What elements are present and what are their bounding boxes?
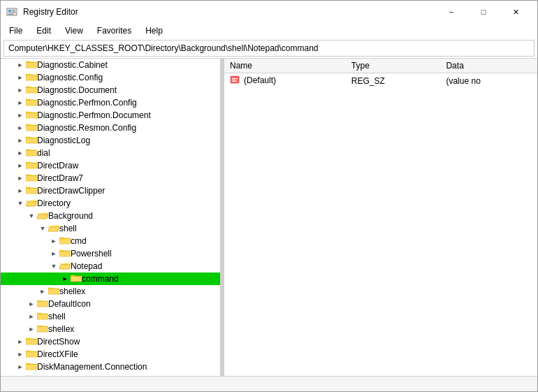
tree-item-directdraw[interactable]: ► DirectDraw: [1, 159, 220, 172]
expand-btn-dial[interactable]: ►: [15, 147, 26, 159]
expand-btn-directxfile[interactable]: ►: [15, 349, 26, 360]
folder-icon: [26, 72, 37, 82]
title-bar-left: Registry Editor: [6, 6, 78, 17]
minimize-button[interactable]: −: [435, 1, 467, 23]
tree-item-directdrawclipper[interactable]: ► DirectDrawClipper: [1, 184, 220, 197]
tree-item-defaulticon[interactable]: ► DefaultIcon: [1, 298, 220, 310]
expand-btn-directory[interactable]: ▼: [15, 198, 26, 209]
col-type[interactable]: Type: [346, 59, 441, 73]
folder-icon: [26, 173, 37, 182]
menu-help[interactable]: Help: [140, 24, 168, 37]
tree-item-cmd[interactable]: ► cmd: [1, 235, 220, 247]
maximize-button[interactable]: □: [467, 1, 500, 23]
tree-item-diagnostic-config[interactable]: ► Diagnostic.Config: [1, 71, 220, 84]
tree-label-diagnostic-perfmon-config: Diagnostic.Perfmon.Config: [37, 98, 137, 108]
expand-btn-shell2[interactable]: ►: [26, 311, 37, 322]
folder-icon: [37, 324, 48, 333]
expand-btn-diagnostic-cabinet[interactable]: ►: [15, 59, 26, 71]
expand-btn-shell[interactable]: ▼: [37, 223, 48, 234]
tree-item-directory[interactable]: ▼ Directory: [1, 197, 220, 210]
tree-label-command: command: [82, 274, 119, 284]
tree-item-directxfile[interactable]: ► DirectXFile: [1, 348, 220, 361]
tree-item-dial[interactable]: ► dial: [1, 147, 220, 159]
expand-btn-defaulticon[interactable]: ►: [26, 298, 37, 310]
tree-item-command[interactable]: ► command: [1, 273, 220, 285]
tree-label-directdraw: DirectDraw: [37, 161, 78, 170]
tree-item-directdraw7[interactable]: ► DirectDraw7: [1, 172, 220, 184]
tree-item-diskmanagement-connection[interactable]: ► DiskManagement.Connection: [1, 361, 220, 373]
tree-item-shell2[interactable]: ► shell: [1, 310, 220, 323]
tree-label-diagnostic-document: Diagnostic.Document: [37, 85, 117, 95]
folder-icon: [59, 248, 71, 258]
tree-label-directory: Directory: [37, 198, 71, 208]
tree-item-diagnostic-perfmon-config[interactable]: ► Diagnostic.Perfmon.Config: [1, 96, 220, 109]
tree-label-shell: shell: [59, 224, 77, 233]
tree-item-shell[interactable]: ▼ shell: [1, 222, 220, 235]
tree-item-diagnostic-document[interactable]: ► Diagnostic.Document: [1, 84, 220, 96]
expand-btn-directdraw[interactable]: ►: [15, 160, 26, 171]
tree-item-diagnostic-perfmon-document[interactable]: ► Diagnostic.Perfmon.Document: [1, 109, 220, 122]
title-controls: − □ ✕: [435, 1, 532, 23]
tree-item-shellex[interactable]: ► shellex: [1, 285, 220, 298]
col-data[interactable]: Data: [440, 59, 537, 73]
expand-btn-cmd[interactable]: ►: [48, 235, 59, 247]
tree-label-background: Background: [48, 211, 93, 221]
expand-btn-diagnostic-perfmon-document[interactable]: ►: [15, 110, 26, 121]
expand-btn-diagnostic-resmon-config[interactable]: ►: [15, 122, 26, 133]
menu-favorites[interactable]: Favorites: [92, 24, 137, 37]
folder-icon-directxfile: [26, 349, 37, 361]
expand-btn-background[interactable]: ▼: [26, 210, 37, 222]
title-bar: Registry Editor − □ ✕: [1, 1, 537, 23]
folder-icon: [37, 311, 48, 321]
expand-btn-diagnostic-document[interactable]: ►: [15, 85, 26, 96]
expand-btn-diagnostic-perfmon-config[interactable]: ►: [15, 97, 26, 108]
folder-icon-notepad: [59, 261, 71, 273]
expand-btn-notepad[interactable]: ▼: [48, 261, 59, 272]
open-folder-icon: [48, 223, 59, 233]
folder-icon-diagnostic-config: [26, 72, 37, 84]
default-name: (Default): [244, 75, 276, 85]
tree-panel[interactable]: ► Diagnostic.Cabinet► Diagnostic.Config►…: [1, 59, 221, 376]
registry-values-panel[interactable]: Name Type Data (Default) REG_SZ(value no: [224, 59, 537, 376]
expand-btn-diagnosticlog[interactable]: ►: [15, 135, 26, 146]
tree-item-diagnostic-resmon-config[interactable]: ► Diagnostic.Resmon.Config: [1, 122, 220, 134]
breadcrumb-bar[interactable]: Computer\HKEY_CLASSES_ROOT\Directory\Bac…: [3, 40, 535, 57]
table-row[interactable]: (Default) REG_SZ(value no: [224, 73, 537, 89]
tree-item-powershell[interactable]: ► Powershell: [1, 247, 220, 260]
tree-label-defaulticon: DefaultIcon: [48, 299, 91, 309]
menu-file[interactable]: File: [3, 24, 28, 37]
tree-item-notepad[interactable]: ▼ Notepad: [1, 260, 220, 273]
svg-rect-4: [8, 13, 15, 13]
folder-icon-shellex2: [37, 324, 48, 335]
tree-item-diagnosticlog[interactable]: ► DiagnosticLog: [1, 134, 220, 147]
tree-label-diagnostic-config: Diagnostic.Config: [37, 73, 103, 82]
tree-item-shellex2[interactable]: ► shellex: [1, 323, 220, 335]
expand-btn-diskmanagement-connection[interactable]: ►: [15, 361, 26, 372]
folder-icon: [26, 361, 37, 371]
expand-btn-diagnostic-config[interactable]: ►: [15, 72, 26, 83]
tree-item-diagnostic-cabinet[interactable]: ► Diagnostic.Cabinet: [1, 59, 220, 71]
svg-rect-1: [8, 10, 11, 12]
menu-edit[interactable]: Edit: [31, 24, 57, 37]
expand-btn-powershell[interactable]: ►: [48, 248, 59, 259]
menu-view[interactable]: View: [59, 24, 89, 37]
expand-btn-directdrawclipper[interactable]: ►: [15, 185, 26, 196]
folder-icon: [71, 273, 82, 283]
folder-icon-directshow: [26, 336, 37, 348]
expand-btn-shellex2[interactable]: ►: [26, 324, 37, 335]
folder-icon-directdraw7: [26, 173, 37, 184]
tree-label-diskmanagement-connection: DiskManagement.Connection: [37, 362, 147, 372]
tree-label-dial: dial: [37, 148, 50, 158]
expand-btn-command[interactable]: ►: [59, 273, 71, 284]
table-header-row: Name Type Data: [224, 59, 537, 73]
folder-icon-shellex: [48, 286, 59, 298]
tree-label-diagnostic-perfmon-document: Diagnostic.Perfmon.Document: [37, 110, 151, 120]
expand-btn-shellex[interactable]: ►: [37, 286, 48, 297]
col-name[interactable]: Name: [224, 59, 346, 73]
expand-btn-directdraw7[interactable]: ►: [15, 173, 26, 184]
tree-item-directshow[interactable]: ► DirectShow: [1, 335, 220, 348]
close-button[interactable]: ✕: [500, 1, 532, 23]
expand-btn-directshow[interactable]: ►: [15, 336, 26, 347]
menu-bar: File Edit View Favorites Help: [1, 23, 537, 38]
tree-item-background[interactable]: ▼ Background: [1, 210, 220, 222]
